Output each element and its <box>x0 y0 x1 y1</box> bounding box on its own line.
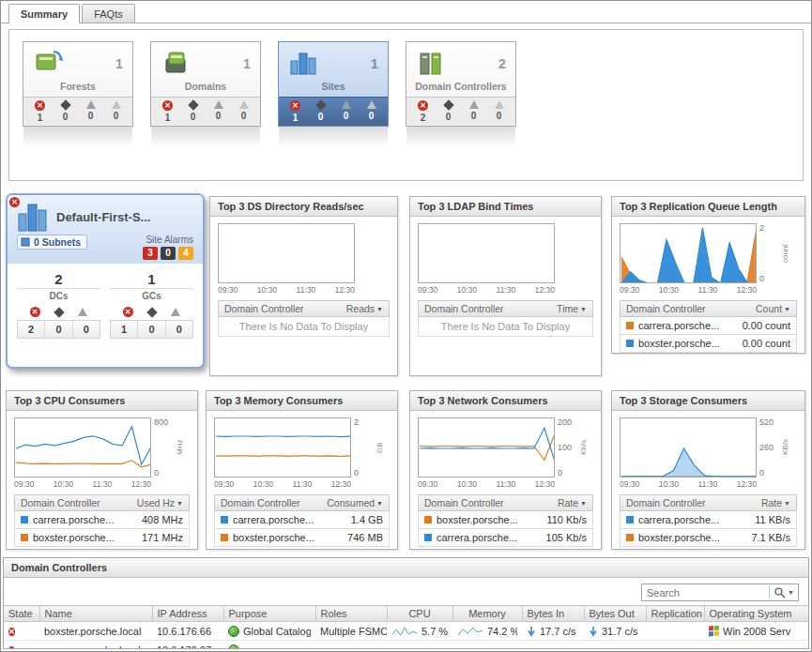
tab-faqts[interactable]: FAQts <box>82 4 135 23</box>
panel-title: Top 3 Replication Queue Length <box>612 197 804 217</box>
table-row[interactable]: boxster.porsche... 0.00 count <box>620 335 797 353</box>
sort-arrow-icon: ▼ <box>784 306 790 312</box>
warning-alarm-badge[interactable]: 4 <box>178 247 193 260</box>
unknown-count: 0 <box>369 111 375 121</box>
search-options-arrow-icon: ▼ <box>788 589 794 596</box>
sort-button[interactable]: Rate▼ <box>558 497 587 508</box>
y-axis-labels: 20 <box>759 223 778 283</box>
col-metric: Time <box>557 303 578 314</box>
dc-replication <box>646 622 704 641</box>
unknown-count: 0 <box>241 111 247 121</box>
search-button[interactable]: ▼ <box>770 586 798 599</box>
dc-bytes-out: 31.7 c/s <box>602 626 638 637</box>
subnet-icon <box>21 237 30 247</box>
dc-name: boxster.porsche... <box>638 338 738 349</box>
col-roles[interactable]: Roles <box>315 606 387 622</box>
table-row[interactable]: ✕ boxster.porsche.local 10.6.176.66 Glob… <box>4 622 809 641</box>
col-name[interactable]: Name <box>39 606 152 622</box>
fatal-alarm-badge[interactable]: 3 <box>143 247 158 260</box>
col-state[interactable]: State <box>4 606 39 622</box>
warning-icon <box>342 100 351 109</box>
dc-os: Win 2008 Serv <box>723 626 790 637</box>
col-bytes-in[interactable]: Bytes In <box>522 606 584 622</box>
subnets-badge: 0 Subnets <box>17 235 87 250</box>
unknown-count: 0 <box>497 111 502 121</box>
tile-domain-controllers-wrap: 2 Domain Controllers ✕2 0 0 0 <box>406 41 516 147</box>
table-row[interactable]: boxster.porsche... 110 Kb/s <box>418 511 593 529</box>
forests-icon <box>31 48 65 78</box>
tile-domain-controllers[interactable]: 2 Domain Controllers ✕2 0 0 0 <box>406 41 516 127</box>
series-swatch <box>21 516 28 523</box>
search-input[interactable] <box>642 586 769 599</box>
fatal-icon: ✕ <box>162 100 173 111</box>
storage-chart <box>620 417 757 478</box>
warning-count: 0 <box>471 111 477 121</box>
tab-summary[interactable]: Summary <box>8 4 80 23</box>
panel-title: Top 3 CPU Consumers <box>7 391 197 411</box>
col-operating-system[interactable]: Operating System <box>704 606 809 622</box>
table-row[interactable]: boxster.porsche... 746 MB <box>214 529 390 547</box>
metric-value: 11 KB/s <box>755 514 790 525</box>
col-ip-address[interactable]: IP Address <box>152 606 223 622</box>
dcs-fatal-count: 2 <box>18 321 45 338</box>
col-bytes-out[interactable]: Bytes Out <box>584 606 646 622</box>
gcs-count: 1 <box>110 271 193 289</box>
warning-icon <box>171 308 180 316</box>
fatal-icon: ✕ <box>418 100 428 111</box>
table-row[interactable]: carrera.porsche... 11 KB/s <box>620 511 797 529</box>
col-metric: Rate <box>558 497 578 508</box>
col-purpose[interactable]: Purpose <box>223 606 315 622</box>
tile-reflection <box>23 127 132 147</box>
col-cpu[interactable]: CPU <box>387 606 452 622</box>
sort-button[interactable]: Reads▼ <box>346 303 383 314</box>
x-axis-labels: 09:3010:3011:3012:30 <box>214 479 351 489</box>
tile-domains-status: ✕1 0 0 0 <box>151 97 260 126</box>
sort-button[interactable]: Used Hz▼ <box>137 497 183 508</box>
memory-chart <box>214 417 351 478</box>
y-axis-unit: MHz <box>176 417 184 478</box>
table-row[interactable]: carrera.porsche... 105 Kb/s <box>418 529 593 547</box>
ldap-bind-chart <box>418 223 555 283</box>
series-swatch <box>626 340 634 347</box>
warning-icon <box>469 100 479 109</box>
table-row[interactable]: carrera.porsche... 1.4 GB <box>214 511 390 529</box>
tile-domain-controllers-count: 2 <box>498 55 506 71</box>
table-row[interactable]: ✕ carrera.porsche.local 10.6.176.67 <box>4 641 809 650</box>
tile-forests[interactable]: 1 Forests ✕1 0 0 0 <box>23 41 133 127</box>
x-axis-labels: 09:3010:3011:3012:30 <box>418 479 555 489</box>
table-row[interactable]: carrera.porsche... 408 MHz <box>14 511 190 529</box>
panel-cpu-consumers: Top 3 CPU Consumers 09:3010:3011:3012:30… <box>6 390 198 550</box>
col-metric: Count <box>756 303 782 314</box>
domain-controllers-title: Domain Controllers <box>4 558 808 578</box>
site-card[interactable]: ✕ Default-First-S... 0 Subnets Site Alar… <box>6 193 205 369</box>
critical-icon <box>315 99 326 110</box>
tile-forests-label: Forests <box>23 80 132 97</box>
dc-roles <box>315 641 387 650</box>
table-row[interactable]: boxster.porsche... 171 MHz <box>14 529 190 547</box>
critical-count: 0 <box>446 112 452 122</box>
sort-button[interactable]: Consumed▼ <box>327 497 383 508</box>
col-memory[interactable]: Memory <box>452 606 522 622</box>
fatal-state-icon: ✕ <box>8 628 15 636</box>
critical-icon <box>146 307 157 317</box>
sort-button[interactable]: Time▼ <box>557 303 587 314</box>
tile-sites[interactable]: 1 Sites ✕1 0 0 0 <box>278 41 389 127</box>
table-row[interactable]: carrera.porsche... 0.00 count <box>620 317 797 335</box>
unknown-icon <box>239 100 249 109</box>
y-axis-unit: Kb/s <box>579 417 588 478</box>
sort-button[interactable]: Count▼ <box>756 303 790 314</box>
col-replication[interactable]: Replication <box>646 606 704 622</box>
x-axis-labels: 09:3010:3011:3012:30 <box>218 285 355 295</box>
x-axis-labels: 09:3010:3011:3012:30 <box>620 285 757 295</box>
sites-icon <box>286 48 320 78</box>
site-building-icon: ✕ <box>15 201 49 233</box>
critical-alarm-badge[interactable]: 0 <box>161 247 176 260</box>
ds-reads-chart <box>218 223 355 283</box>
sort-button[interactable]: Rate▼ <box>761 497 790 508</box>
table-row[interactable]: boxster.porsche... 7.1 KB/s <box>620 529 797 547</box>
fatal-count: 1 <box>38 113 43 123</box>
critical-icon <box>54 307 64 317</box>
tile-reflection <box>406 127 515 147</box>
tile-domains[interactable]: 1 Domains ✕1 0 0 0 <box>150 41 261 127</box>
col-metric: Used Hz <box>137 497 175 508</box>
